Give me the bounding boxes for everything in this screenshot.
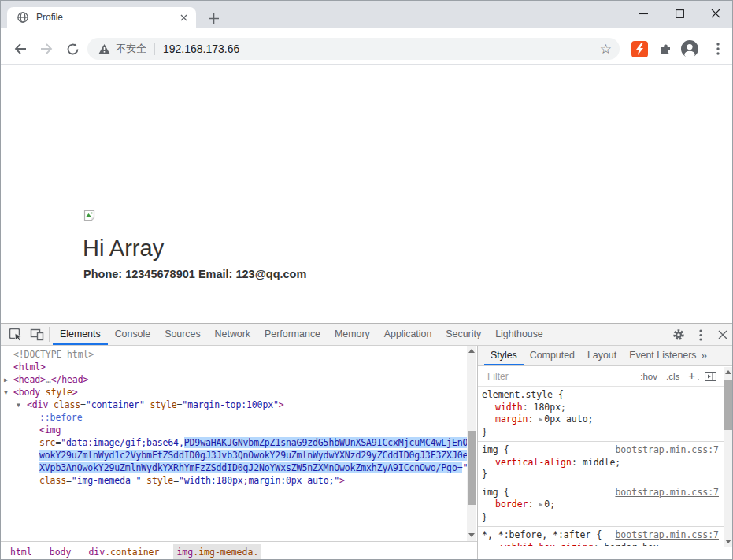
maximize-button[interactable] bbox=[661, 1, 698, 26]
syntax-token: <div bbox=[27, 399, 48, 410]
syntax-token: > bbox=[279, 399, 284, 410]
dom-tree-line[interactable]: ▼<div class="container" style="margin-to… bbox=[1, 399, 467, 411]
syntax-token: "img-memeda " bbox=[72, 475, 141, 486]
css-property[interactable]: width: 180px; bbox=[482, 402, 720, 414]
reload-button[interactable] bbox=[63, 39, 82, 58]
devtools-close-icon[interactable] bbox=[715, 327, 731, 343]
rule-selector[interactable]: element.style { bbox=[482, 389, 564, 400]
devtools-panel: ElementsConsoleSourcesNetworkPerformance… bbox=[1, 323, 733, 560]
rule-selector[interactable]: *, *:before, *:after { bbox=[482, 529, 602, 540]
scroll-down-arrow-icon[interactable] bbox=[468, 533, 475, 537]
styles-scrollbar[interactable] bbox=[724, 367, 733, 547]
dom-tree-line[interactable]: wokY29uZmlnWyd1c2VybmFtZSddID0gJ3Jvb3QnO… bbox=[1, 449, 467, 462]
omnibox-separator bbox=[154, 43, 155, 55]
dom-tree-line[interactable]: src="data:image/gif;base64,PD9waHAKJGNvb… bbox=[1, 436, 467, 449]
browser-tab[interactable]: Profile bbox=[7, 7, 196, 28]
forward-button[interactable] bbox=[37, 39, 56, 58]
tab-close-icon[interactable] bbox=[177, 11, 190, 24]
devtools-tab-lighthouse[interactable]: Lighthouse bbox=[488, 324, 550, 345]
breadcrumb-item-img[interactable]: img.img-memeda. bbox=[173, 544, 261, 560]
breadcrumb-item-html[interactable]: html bbox=[7, 544, 35, 560]
twisty-expanded-icon[interactable]: ▼ bbox=[4, 387, 8, 399]
elements-scrollbar[interactable] bbox=[467, 346, 476, 541]
devtools-tab-network[interactable]: Network bbox=[208, 324, 257, 345]
new-tab-button[interactable] bbox=[204, 9, 223, 28]
elements-panel: <!DOCTYPE html><html>▶<head>…</head>▼<bo… bbox=[1, 346, 467, 541]
stylesheet-link[interactable]: bootstrap.min.css:7 bbox=[615, 529, 719, 542]
address-bar[interactable]: 不安全 192.168.173.66 ☆ bbox=[87, 38, 620, 60]
more-tabs-chevron[interactable]: » bbox=[701, 346, 707, 365]
settings-gear-icon[interactable] bbox=[671, 327, 687, 343]
devtools-tab-sources[interactable]: Sources bbox=[157, 324, 207, 345]
profile-avatar[interactable] bbox=[681, 40, 698, 57]
devtools-tab-application[interactable]: Application bbox=[377, 324, 439, 345]
scroll-up-arrow-icon[interactable] bbox=[468, 349, 475, 353]
sidebar-tab-event-listeners[interactable]: Event Listeners bbox=[623, 346, 702, 365]
computed-sidebar-toggle-icon[interactable] bbox=[705, 372, 716, 381]
sidebar-tab-computed[interactable]: Computed bbox=[524, 346, 581, 365]
scroll-up-arrow-icon[interactable] bbox=[725, 370, 731, 374]
scrollbar-thumb[interactable] bbox=[468, 431, 476, 505]
twisty-expanded-icon[interactable]: ▼ bbox=[17, 399, 20, 412]
back-button[interactable] bbox=[11, 39, 30, 58]
syntax-token: … bbox=[46, 374, 51, 385]
sidebar-tab-layout[interactable]: Layout bbox=[581, 346, 623, 365]
scroll-down-arrow-icon[interactable] bbox=[725, 540, 731, 543]
security-label[interactable]: 不安全 bbox=[116, 42, 146, 56]
devtools-tab-performance[interactable]: Performance bbox=[257, 324, 328, 345]
syntax-token: class bbox=[39, 475, 66, 486]
syntax-token: <html> bbox=[13, 362, 46, 373]
dom-tree-line[interactable]: <img bbox=[1, 424, 467, 436]
stylesheet-link[interactable]: bootstrap.min.css:7 bbox=[615, 444, 719, 457]
devtools-tab-console[interactable]: Console bbox=[108, 324, 157, 345]
dom-tree-line[interactable]: <!DOCTYPE html> bbox=[1, 348, 467, 361]
new-style-rule-button[interactable]: + bbox=[688, 369, 695, 382]
syntax-token: wokY29uZmlnWyd1c2VybmFtZSddID0gJ3Jvb3QnO… bbox=[39, 450, 467, 461]
toggle-hover-state-button[interactable]: :hov bbox=[640, 372, 657, 381]
minimize-button[interactable] bbox=[625, 1, 661, 26]
styles-rules: element.style {width: 180px;margin: ▶0px… bbox=[478, 387, 724, 546]
elements-tree: <!DOCTYPE html><html>▶<head>…</head>▼<bo… bbox=[1, 346, 467, 487]
syntax-token: = bbox=[66, 475, 72, 486]
dom-tree-line[interactable]: ▶<head>…</head> bbox=[1, 373, 467, 386]
stylesheet-link[interactable]: bootstrap.min.css:7 bbox=[615, 487, 719, 499]
url-text[interactable]: 192.168.173.66 bbox=[163, 43, 600, 55]
styles-filter-input[interactable]: Filter bbox=[487, 371, 640, 382]
rule-selector[interactable]: img { bbox=[482, 444, 509, 455]
syntax-token: = bbox=[80, 399, 86, 410]
devtools-tab-memory[interactable]: Memory bbox=[328, 324, 377, 345]
shorthand-expand-icon[interactable]: ▶ bbox=[539, 414, 542, 426]
device-toolbar-icon[interactable] bbox=[29, 327, 45, 343]
tab-strip: Profile bbox=[1, 1, 733, 28]
rule-selector[interactable]: img { bbox=[482, 487, 509, 498]
sidebar-tab-styles[interactable]: Styles bbox=[484, 346, 524, 365]
dom-tree-line[interactable]: ::before bbox=[1, 411, 467, 424]
devtools-menu-icon[interactable] bbox=[693, 327, 709, 343]
close-window-button[interactable] bbox=[698, 1, 733, 26]
dom-tree-line[interactable]: class="img-memeda " style="width:180px;m… bbox=[1, 474, 467, 487]
dom-tree-line[interactable]: ▼<body style> bbox=[1, 386, 467, 399]
css-property[interactable]: -webkit-box-sizing: border-box; bbox=[482, 542, 720, 547]
twisty-collapsed-icon[interactable]: ▶ bbox=[4, 374, 8, 387]
browser-menu-icon[interactable] bbox=[711, 41, 725, 57]
dom-tree-line[interactable]: <html> bbox=[1, 361, 467, 373]
syntax-token: style bbox=[40, 387, 72, 398]
dom-tree-line[interactable]: XVpb3AnOwokY29uZmlnWydkYXRhYmFzZSddID0gJ… bbox=[1, 462, 467, 474]
bookmark-star-icon[interactable]: ☆ bbox=[600, 43, 612, 56]
extensions-puzzle-icon[interactable] bbox=[659, 42, 673, 56]
breadcrumb-item-body[interactable]: body bbox=[46, 544, 75, 560]
devtools-tab-elements[interactable]: Elements bbox=[53, 324, 108, 345]
css-property[interactable]: margin: ▶0px auto; bbox=[482, 414, 720, 427]
css-property[interactable]: border: ▶0; bbox=[482, 499, 720, 512]
browser-window: { "browser": { "tab_title": "Profile", "… bbox=[0, 0, 733, 560]
toggle-class-button[interactable]: .cls bbox=[666, 372, 679, 381]
scrollbar-thumb[interactable] bbox=[724, 380, 732, 430]
css-property[interactable]: vertical-align: middle; bbox=[482, 457, 720, 469]
extension-lightning-icon[interactable] bbox=[631, 41, 648, 57]
devtools-tab-security[interactable]: Security bbox=[439, 324, 488, 345]
inspect-element-icon[interactable] bbox=[8, 327, 24, 343]
breadcrumb-item-div[interactable]: div.container bbox=[85, 544, 162, 560]
shorthand-expand-icon[interactable]: ▶ bbox=[539, 499, 542, 511]
style-rule: bootstrap.min.css:7img {vertical-align: … bbox=[478, 442, 724, 484]
not-secure-warning-icon[interactable] bbox=[98, 43, 110, 54]
